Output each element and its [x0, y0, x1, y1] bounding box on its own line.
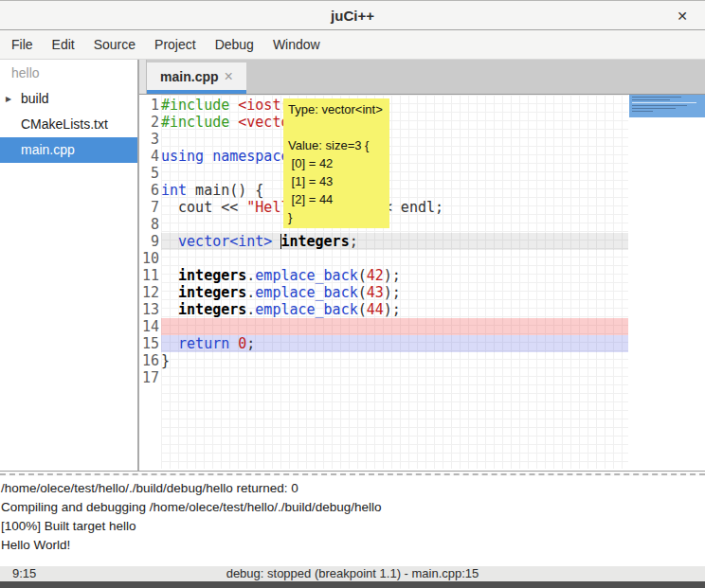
tree-item-build[interactable]: ▸build	[0, 86, 137, 112]
file-tree: ▸buildCMakeLists.txtmain.cpp	[0, 86, 137, 163]
tab-main-cpp[interactable]: main.cpp ×	[147, 62, 246, 94]
line-number[interactable]: 10	[139, 250, 159, 267]
breakpoint-line-highlight	[161, 318, 628, 335]
code-token: main() {	[187, 182, 263, 199]
console-line: [100%] Built target hello	[1, 517, 702, 536]
code-line-13[interactable]: integers.emplace_back(44);	[161, 301, 401, 318]
line-number[interactable]: 15	[139, 335, 159, 352]
code-token: #include	[161, 114, 238, 131]
line-number[interactable]: 12	[139, 284, 159, 301]
line-number[interactable]: 11	[139, 267, 159, 284]
code-token: (	[358, 267, 367, 284]
main-area: hello ▸buildCMakeLists.txtmain.cpp main.…	[0, 60, 705, 471]
tab-label: main.cpp	[160, 69, 218, 84]
line-number[interactable]: 3	[139, 131, 159, 148]
splitter-handle	[0, 473, 705, 475]
code-line-6[interactable]: int main() {	[161, 182, 263, 199]
tooltip-line: Value: size=3 {	[288, 136, 385, 154]
code-token: integers	[178, 301, 246, 318]
debug-status-message: debug: stopped (breakpoint 1.1) - main.c…	[0, 566, 705, 581]
app-window: juCi++ ✕ FileEditSourceProjectDebugWindo…	[0, 0, 705, 588]
code-token: return	[178, 335, 229, 352]
code-token: }	[161, 352, 170, 369]
title-bar: juCi++ ✕	[0, 1, 705, 30]
code-token: integers	[280, 233, 349, 250]
menu-item-source[interactable]: Source	[84, 32, 145, 57]
file-browser-panel: hello ▸buildCMakeLists.txtmain.cpp	[0, 60, 139, 471]
debug-value-tooltip: Type: vector<int>Value: size=3 { [0] = 4…	[283, 98, 389, 228]
line-number[interactable]: 9	[139, 233, 159, 250]
window-title: juCi++	[331, 8, 374, 24]
line-number[interactable]: 4	[139, 148, 159, 165]
overview-minimap[interactable]	[628, 95, 705, 471]
tab-bar-edge	[139, 60, 147, 94]
code-line-15[interactable]: return 0;	[161, 335, 255, 352]
code-token: ;	[350, 233, 358, 250]
code-token	[161, 233, 178, 250]
project-name-label: hello	[0, 60, 137, 86]
code-editor[interactable]: 1234567891011121314151617 #include <iost…	[139, 95, 705, 471]
code-token: 43	[367, 284, 384, 301]
close-icon[interactable]: ✕	[673, 7, 692, 26]
code-token: 0	[238, 335, 246, 352]
code-token	[161, 267, 178, 284]
code-token: integers	[178, 267, 246, 284]
menu-item-project[interactable]: Project	[145, 32, 206, 57]
tab-close-icon[interactable]: ×	[225, 70, 233, 83]
code-line-9[interactable]: vector<int> integers;	[161, 233, 358, 250]
line-number[interactable]: 6	[139, 182, 159, 199]
code-token: );	[384, 284, 401, 301]
code-token: emplace_back	[255, 267, 357, 284]
line-number[interactable]: 2	[139, 114, 159, 131]
code-line-12[interactable]: integers.emplace_back(43);	[161, 284, 401, 301]
minimap-line	[632, 105, 687, 106]
tree-item-main-cpp[interactable]: main.cpp	[0, 137, 137, 163]
code-token	[161, 335, 178, 352]
code-token	[229, 335, 238, 352]
code-token: ;	[246, 335, 255, 352]
code-token: #include	[161, 97, 238, 114]
code-line-11[interactable]: integers.emplace_back(42);	[161, 267, 401, 284]
code-token: integers	[178, 284, 246, 301]
line-number[interactable]: 17	[139, 369, 159, 386]
code-token: 42	[367, 267, 384, 284]
minimap-line	[632, 102, 696, 103]
code-token: vector<int>	[178, 233, 272, 250]
console-line: /home/olece/test/hello/./build/debug/hel…	[1, 479, 702, 498]
tooltip-line: [1] = 43	[288, 172, 385, 190]
minimap-line	[632, 99, 670, 100]
line-number[interactable]: 5	[139, 165, 159, 182]
console-output[interactable]: /home/olece/test/hello/./build/debug/hel…	[0, 476, 705, 566]
line-number-gutter[interactable]: 1234567891011121314151617	[139, 97, 159, 386]
menu-item-file[interactable]: File	[2, 32, 43, 57]
code-token: );	[384, 267, 401, 284]
code-token	[161, 301, 178, 318]
expander-triangle-icon[interactable]: ▸	[6, 86, 11, 112]
code-token: using namespace	[161, 148, 289, 165]
tooltip-line: Type: vector<int>	[288, 100, 385, 118]
tab-bar: main.cpp ×	[139, 60, 705, 95]
line-number[interactable]: 8	[139, 216, 159, 233]
code-token: cout <<	[161, 199, 246, 216]
tooltip-line: [2] = 44	[288, 190, 385, 208]
minimap-viewport[interactable]	[629, 95, 705, 117]
minimap-line	[632, 111, 653, 112]
code-token: .	[246, 301, 255, 318]
line-number[interactable]: 13	[139, 301, 159, 318]
menu-item-debug[interactable]: Debug	[206, 32, 263, 57]
tree-item-cmakelists-txt[interactable]: CMakeLists.txt	[0, 112, 137, 137]
code-token: emplace_back	[255, 301, 357, 318]
minimap-line	[632, 97, 681, 98]
line-number[interactable]: 14	[139, 318, 159, 335]
line-number[interactable]: 16	[139, 352, 159, 369]
menu-item-window[interactable]: Window	[263, 32, 330, 57]
code-token: (	[358, 284, 367, 301]
line-number[interactable]: 7	[139, 199, 159, 216]
line-number[interactable]: 1	[139, 97, 159, 114]
code-token: .	[246, 267, 255, 284]
tree-item-label: CMakeLists.txt	[21, 112, 108, 137]
tooltip-line: [0] = 42	[288, 154, 385, 172]
menu-item-edit[interactable]: Edit	[43, 32, 84, 57]
code-line-16[interactable]: }	[161, 352, 170, 369]
code-token	[161, 284, 178, 301]
